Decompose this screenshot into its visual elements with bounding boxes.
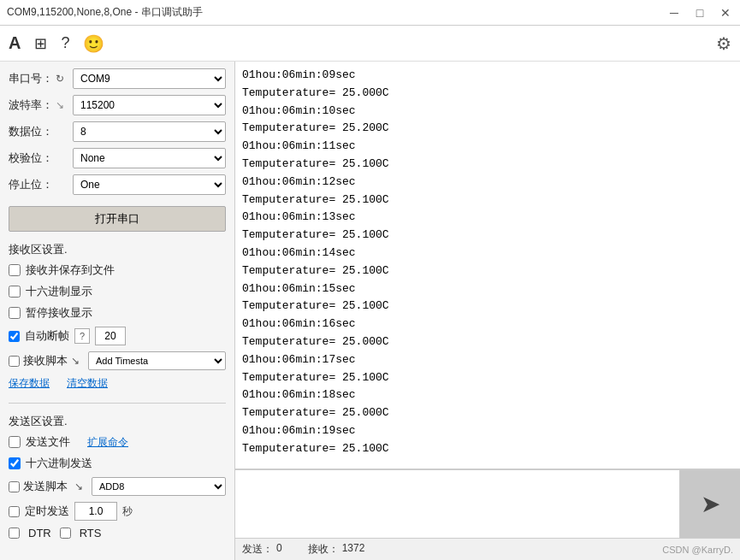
minimize-button[interactable]: ─ xyxy=(666,5,682,21)
save-data-button[interactable]: 保存数据 xyxy=(9,376,50,391)
send-file-row: 发送文件 扩展命令 xyxy=(9,434,226,450)
port-label: 串口号： xyxy=(9,71,56,86)
port-row: 串口号： ↻ COM9 COM1COM2COM3 COM4COM5COM6 xyxy=(9,68,226,89)
image-icon[interactable]: ⊞ xyxy=(34,34,47,53)
send-script-label: 发送脚本 xyxy=(23,479,68,494)
receive-line: Temputerature= 25.200C xyxy=(242,120,733,138)
receive-line: 01hou:06min:18sec xyxy=(242,386,733,404)
hex-send-label: 十六进制发送 xyxy=(26,456,92,471)
send-script-checkbox[interactable] xyxy=(9,481,20,492)
receive-script-row: 接收脚本 ↘ Add Timesta xyxy=(9,351,226,370)
expand-cmd-button[interactable]: 扩展命令 xyxy=(87,435,128,450)
hex-send-checkbox[interactable] xyxy=(9,457,21,469)
receive-line: 01hou:06min:19sec xyxy=(242,422,733,440)
send-file-checkbox[interactable] xyxy=(9,436,21,448)
baud-label: 波特率： xyxy=(9,97,56,113)
save-to-file-row: 接收并保存到文件 xyxy=(9,262,226,278)
receive-line: Temputerature= 25.100C xyxy=(242,298,733,315)
send-count-item: 发送： 0 xyxy=(242,542,282,557)
save-to-file-checkbox[interactable] xyxy=(9,264,21,276)
watermark: CSDN @KarryD. xyxy=(662,545,733,555)
pause-display-row: 暂停接收显示 xyxy=(9,305,226,321)
receive-line: Temputerature= 25.000C xyxy=(242,333,733,351)
close-button[interactable]: ✕ xyxy=(718,5,733,21)
receive-line: 01hou:06min:12sec xyxy=(242,174,733,192)
window-controls: ─ □ ✕ xyxy=(666,5,733,21)
timed-send-checkbox[interactable] xyxy=(9,506,20,517)
auto-frame-row: 自动断帧 ? xyxy=(9,327,226,345)
stop-bits-row: 停止位： OneOnePointFiveTwo xyxy=(9,174,226,195)
pause-display-checkbox[interactable] xyxy=(9,307,21,319)
send-file-checkbox-row: 发送文件 xyxy=(9,434,70,450)
receive-script-checkbox[interactable] xyxy=(9,356,20,367)
toolbar-left: A ⊞ ? 🙂 xyxy=(9,33,104,54)
dtr-rts-row: DTR RTS xyxy=(9,527,226,539)
send-textarea[interactable] xyxy=(235,470,680,538)
timed-send-label: 定时发送 xyxy=(25,504,69,519)
baud-row: 波特率： ↘ 96001920038400 57600115200230400 xyxy=(9,95,226,115)
timed-unit-label: 秒 xyxy=(122,504,133,519)
hex-display-checkbox[interactable] xyxy=(9,286,21,298)
data-bits-select[interactable]: 5678 xyxy=(73,121,226,142)
receive-line: Temputerature= 25.100C xyxy=(242,156,733,174)
open-port-button[interactable]: 打开串口 xyxy=(9,206,226,232)
receive-line: Temputerature= 25.100C xyxy=(242,369,733,387)
receive-line: 01hou:06min:09sec xyxy=(242,67,733,85)
receive-line: 01hou:06min:13sec xyxy=(242,209,733,227)
send-area-container: ➤ xyxy=(235,469,740,538)
baud-select[interactable]: 96001920038400 57600115200230400 xyxy=(73,95,226,115)
hex-display-label: 十六进制显示 xyxy=(26,284,92,299)
send-arrow-icon: ➤ xyxy=(701,490,720,518)
clear-data-button[interactable]: 清空数据 xyxy=(67,376,108,391)
receive-line: Temputerature= 25.000C xyxy=(242,85,733,103)
auto-frame-checkbox[interactable] xyxy=(9,331,20,342)
hex-send-row: 十六进制发送 xyxy=(9,456,226,471)
divider-1 xyxy=(9,403,226,404)
receive-line: 01hou:06min:17sec xyxy=(242,351,733,369)
stop-bits-label: 停止位： xyxy=(9,177,56,192)
data-bits-label: 数据位： xyxy=(9,124,56,139)
save-to-file-label: 接收并保存到文件 xyxy=(26,262,115,278)
rts-label: RTS xyxy=(80,527,102,539)
dtr-checkbox[interactable] xyxy=(9,528,20,539)
send-script-row: 发送脚本 ↘ ADD8 xyxy=(9,477,226,496)
stop-bits-select[interactable]: OneOnePointFiveTwo xyxy=(73,174,226,195)
port-select[interactable]: COM9 COM1COM2COM3 COM4COM5COM6 xyxy=(73,68,226,89)
pause-display-label: 暂停接收显示 xyxy=(26,305,92,321)
auto-frame-help-button[interactable]: ? xyxy=(74,328,90,344)
auto-frame-value-input[interactable] xyxy=(95,327,126,345)
auto-frame-label: 自动断帧 xyxy=(25,328,69,344)
status-bar: 发送： 0 接收： 1372 CSDN @KarryD. xyxy=(235,538,740,560)
receive-line: 01hou:06min:11sec xyxy=(242,138,733,156)
rts-checkbox[interactable] xyxy=(60,528,71,539)
send-settings-title: 发送区设置. xyxy=(9,414,226,429)
receive-settings-title: 接收区设置. xyxy=(9,242,226,257)
send-count-label: 发送： xyxy=(242,542,273,557)
left-panel: 串口号： ↻ COM9 COM1COM2COM3 COM4COM5COM6 波特… xyxy=(0,62,235,560)
right-panel: 01hou:06min:09secTemputerature= 25.000C0… xyxy=(235,62,740,560)
toolbar: A ⊞ ? 🙂 ⚙ xyxy=(0,26,740,62)
receive-line: Temputerature= 25.100C xyxy=(242,227,733,245)
gear-icon[interactable]: ⚙ xyxy=(716,33,731,54)
receive-script-select[interactable]: Add Timesta xyxy=(88,351,226,370)
parity-row: 校验位： NoneOddEven xyxy=(9,148,226,168)
receive-count-label: 接收： xyxy=(308,542,339,557)
receive-line: 01hou:06min:14sec xyxy=(242,245,733,262)
save-clear-row: 保存数据 清空数据 xyxy=(9,376,226,391)
dtr-label: DTR xyxy=(28,527,51,539)
receive-line: Temputerature= 25.100C xyxy=(242,440,733,458)
receive-line: Temputerature= 25.100C xyxy=(242,192,733,209)
parity-select[interactable]: NoneOddEven xyxy=(73,148,226,168)
send-count-value: 0 xyxy=(276,542,282,557)
smiley-icon[interactable]: 🙂 xyxy=(83,33,104,54)
send-button[interactable]: ➤ xyxy=(680,470,740,538)
main-area: 串口号： ↻ COM9 COM1COM2COM3 COM4COM5COM6 波特… xyxy=(0,62,740,560)
help-icon[interactable]: ? xyxy=(61,34,69,52)
send-script-select[interactable]: ADD8 xyxy=(92,477,226,496)
hex-display-row: 十六进制显示 xyxy=(9,284,226,299)
send-file-label: 发送文件 xyxy=(26,434,70,450)
font-icon[interactable]: A xyxy=(9,33,21,53)
port-refresh-icon[interactable]: ↻ xyxy=(56,73,73,85)
timed-value-input[interactable] xyxy=(74,502,117,521)
maximize-button[interactable]: □ xyxy=(692,5,707,21)
